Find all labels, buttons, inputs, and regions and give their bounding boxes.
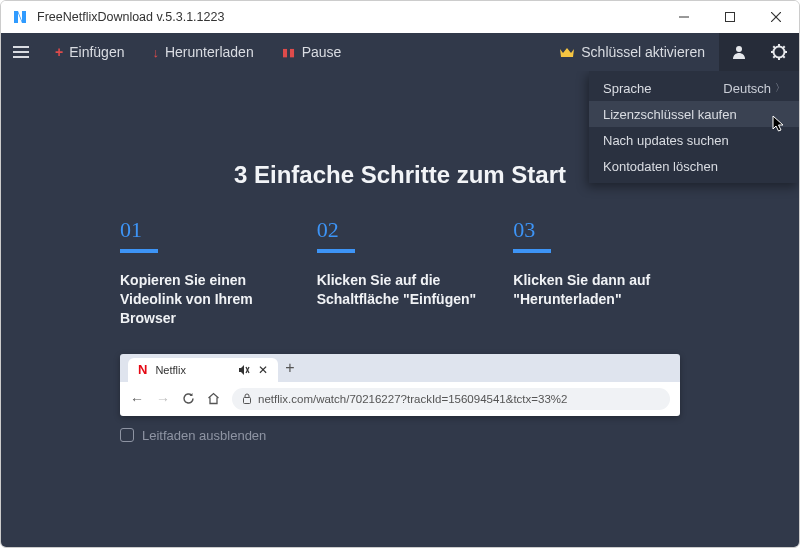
activate-label: Schlüssel aktivieren — [581, 44, 705, 60]
svg-point-7 — [736, 46, 742, 52]
window-title: FreeNetflixDownload v.5.3.1.1223 — [37, 10, 224, 24]
step-1-num: 01 — [120, 217, 287, 243]
nav-home-icon — [207, 392, 220, 405]
download-label: Herunterladen — [165, 44, 254, 60]
titlebar: FreeNetflixDownload v.5.3.1.1223 — [1, 1, 799, 33]
menu-language-label: Sprache — [603, 81, 651, 96]
svg-line-17 — [773, 56, 775, 58]
step-3-text: Klicken Sie dann auf "Herunterladen" — [513, 271, 680, 309]
close-button[interactable] — [753, 1, 799, 33]
menu-language-value-wrap: Deutsch 〉 — [723, 81, 785, 96]
step-2-underline — [317, 249, 355, 253]
netflix-logo-icon: N — [138, 362, 147, 377]
svg-point-9 — [777, 50, 781, 54]
step-3: 03 Klicken Sie dann auf "Herunterladen" — [513, 217, 680, 328]
browser-tab-title: Netflix — [155, 364, 186, 376]
menu-delete-account[interactable]: Kontodaten löschen — [589, 153, 799, 179]
app-window: FreeNetflixDownload v.5.3.1.1223 + Einfü… — [0, 0, 800, 548]
new-tab-icon: + — [278, 359, 302, 377]
tab-mute-icon — [238, 365, 250, 375]
download-button[interactable]: ↓ Herunterladen — [138, 33, 267, 71]
toolbar: + Einfügen ↓ Herunterladen ▮▮ Pause Schl… — [1, 33, 799, 71]
step-3-num: 03 — [513, 217, 680, 243]
download-arrow-icon: ↓ — [152, 45, 159, 60]
steps-row: 01 Kopieren Sie einen Videolink von Ihre… — [120, 217, 680, 328]
hide-guide-checkbox[interactable] — [120, 428, 134, 442]
menu-updates-label: Nach updates suchen — [603, 133, 729, 148]
hide-guide-row[interactable]: Leitfaden ausblenden — [120, 428, 680, 443]
settings-dropdown: Sprache Deutsch 〉 Lizenzschlüssel kaufen… — [589, 71, 799, 183]
menu-buy-license[interactable]: Lizenzschlüssel kaufen — [589, 101, 799, 127]
activate-key-button[interactable]: Schlüssel aktivieren — [545, 33, 719, 71]
window-controls — [661, 1, 799, 33]
step-2: 02 Klicken Sie auf die Schaltfläche "Ein… — [317, 217, 484, 328]
svg-rect-1 — [726, 13, 735, 22]
maximize-button[interactable] — [707, 1, 753, 33]
paste-label: Einfügen — [69, 44, 124, 60]
svg-line-14 — [773, 46, 775, 48]
pause-button[interactable]: ▮▮ Pause — [268, 33, 356, 71]
menu-delete-label: Kontodaten löschen — [603, 159, 718, 174]
browser-mock: N Netflix ✕ + ← → — [120, 354, 680, 416]
gear-icon — [771, 44, 787, 60]
menu-check-updates[interactable]: Nach updates suchen — [589, 127, 799, 153]
plus-icon: + — [55, 44, 63, 60]
address-bar: netflix.com/watch/70216227?trackId=15609… — [232, 388, 670, 410]
tab-close-icon: ✕ — [258, 363, 268, 377]
url-text: netflix.com/watch/70216227?trackId=15609… — [258, 393, 567, 405]
nav-reload-icon — [182, 392, 195, 405]
hide-guide-label: Leitfaden ausblenden — [142, 428, 266, 443]
menu-language[interactable]: Sprache Deutsch 〉 — [589, 75, 799, 101]
step-2-num: 02 — [317, 217, 484, 243]
paste-button[interactable]: + Einfügen — [41, 33, 138, 71]
browser-tab: N Netflix ✕ — [128, 358, 278, 382]
step-1-text: Kopieren Sie einen Videolink von Ihrem B… — [120, 271, 287, 328]
settings-button[interactable] — [759, 33, 799, 71]
lock-icon — [242, 393, 252, 404]
step-2-text: Klicken Sie auf die Schaltfläche "Einfüg… — [317, 271, 484, 309]
step-1: 01 Kopieren Sie einen Videolink von Ihre… — [120, 217, 287, 328]
svg-line-15 — [783, 56, 785, 58]
menu-language-value: Deutsch — [723, 81, 771, 96]
app-logo-icon — [11, 8, 29, 26]
pause-icon: ▮▮ — [282, 46, 296, 59]
chevron-right-icon: 〉 — [775, 81, 785, 95]
svg-rect-20 — [244, 398, 251, 404]
step-1-underline — [120, 249, 158, 253]
nav-forward-icon: → — [156, 391, 170, 407]
step-3-underline — [513, 249, 551, 253]
content-area: Sprache Deutsch 〉 Lizenzschlüssel kaufen… — [1, 71, 799, 547]
nav-back-icon: ← — [130, 391, 144, 407]
menu-buy-label: Lizenzschlüssel kaufen — [603, 107, 737, 122]
minimize-button[interactable] — [661, 1, 707, 33]
pause-label: Pause — [302, 44, 342, 60]
tabstrip: N Netflix ✕ + — [120, 354, 680, 382]
user-icon — [731, 44, 747, 60]
menu-button[interactable] — [1, 33, 41, 71]
crown-icon — [559, 46, 575, 58]
account-button[interactable] — [719, 33, 759, 71]
browser-toolbar: ← → netflix.com/watch/70216227?trackId=1… — [120, 382, 680, 416]
svg-line-16 — [783, 46, 785, 48]
